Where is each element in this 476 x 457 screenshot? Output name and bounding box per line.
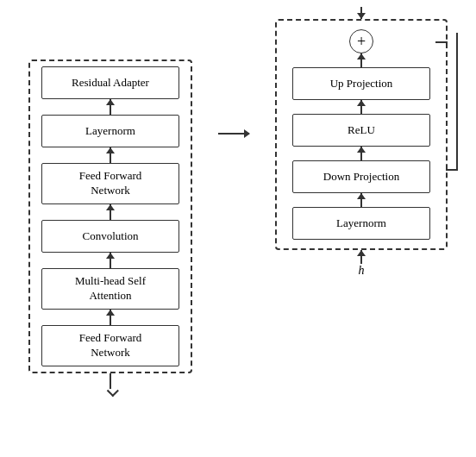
arrow-residual-to-layernorm [110, 99, 111, 115]
residual-adapter-label: Residual Adapter [72, 76, 149, 91]
arrow-conv-to-multihead [110, 253, 111, 268]
arrowhead-relu [357, 147, 366, 153]
arrow-ffn-to-conv [110, 204, 111, 220]
h-prime-label: h′ [357, 0, 366, 3]
arrowhead-entry-right [357, 250, 366, 256]
relu-label: ReLU [348, 123, 375, 138]
plus-symbol: + [357, 33, 366, 51]
ffn-top-label: Feed ForwardNetwork [79, 169, 142, 198]
plus-circle: + [349, 29, 373, 53]
convolution-block: Convolution [41, 220, 179, 253]
arrow-relu-to-down [360, 147, 362, 160]
arrowhead-hprime [357, 13, 366, 19]
convolution-label: Convolution [82, 229, 138, 244]
down-projection-label: Down Projection [323, 170, 399, 185]
ffn-bottom-label: Feed ForwardNetwork [79, 331, 142, 360]
feedback-horiz [435, 41, 448, 43]
arrow-layernorm-to-ffn [110, 147, 111, 163]
arrow-plus-to-up [360, 53, 362, 67]
up-projection-label: Up Projection [330, 77, 393, 91]
left-column: Residual Adapter Layernorm Feed ForwardN… [28, 59, 192, 397]
ffn-top-block: Feed ForwardNetwork [41, 163, 179, 204]
layernorm-left-block: Layernorm [41, 115, 179, 147]
feedback-bottom-horiz [446, 169, 458, 171]
feedback-vertical-line [456, 33, 458, 171]
arrow-multihead-to-ffn-bottom [110, 310, 111, 325]
entry-arrowhead-left [107, 385, 119, 397]
right-dashed-box: + Up Projection ReLU [275, 19, 448, 250]
up-projection-block: Up Projection [292, 67, 430, 100]
h-arrowhead [244, 129, 250, 138]
diagram-container: Residual Adapter Layernorm Feed ForwardN… [11, 42, 465, 414]
multihead-block: Multi-head SelfAttention [41, 268, 179, 310]
residual-adapter-block: Residual Adapter [41, 66, 179, 99]
arrowhead-plus-up [357, 53, 366, 59]
h-prime-area: h′ [357, 0, 366, 19]
h-label: h [359, 264, 365, 278]
layernorm-right-block: Layernorm [292, 207, 430, 240]
multihead-label: Multi-head SelfAttention [75, 274, 146, 304]
arrow-layernorm-entry [360, 250, 362, 264]
right-column: h′ + Up Projection [275, 0, 448, 278]
arrow-hprime-down [360, 7, 362, 19]
down-projection-block: Down Projection [292, 160, 430, 193]
ffn-bottom-block: Feed ForwardNetwork [41, 325, 179, 366]
relu-block: ReLU [292, 114, 430, 147]
arrowhead-up-proj [357, 100, 366, 106]
h-arrow-line [218, 133, 249, 135]
horizontal-connector [218, 133, 249, 135]
residual-adapter-dashed-box: Residual Adapter Layernorm Feed ForwardN… [28, 59, 192, 372]
plus-row: + [287, 29, 435, 53]
layernorm-right-label: Layernorm [336, 216, 386, 231]
arrow-up-proj-to-relu [360, 100, 362, 114]
arrowhead-down [357, 193, 366, 199]
layernorm-left-label: Layernorm [85, 124, 135, 139]
arrow-down-to-layernorm [360, 193, 362, 207]
